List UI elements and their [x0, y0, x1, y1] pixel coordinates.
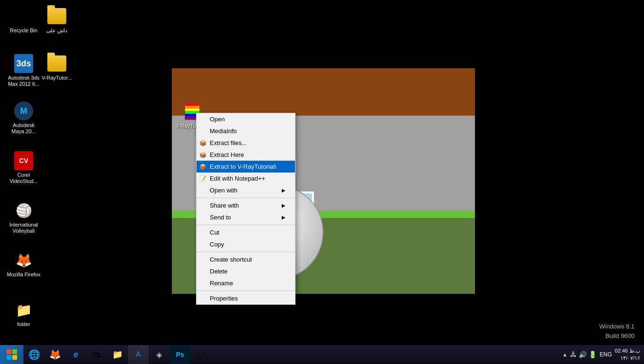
folder-dark-icon: 📁	[14, 300, 33, 319]
menu-item-open-with[interactable]: Open with ▶	[197, 184, 295, 196]
desktop-icon-maya[interactable]: M Autodesk Maya 20...	[5, 100, 43, 136]
system-tray-icons: 🖧 🔊 🔋	[570, 351, 597, 358]
menu-separator-3	[197, 252, 295, 252]
menu-item-copy[interactable]: Copy	[197, 238, 295, 250]
3dsmax-icon: 3ds	[14, 54, 33, 73]
desktop-icon-corel[interactable]: CV Corel VideoStud...	[5, 149, 43, 186]
desktop-icon-3dsmax[interactable]: 3ds Autodesk 3ds Max 2012 6...	[5, 52, 43, 89]
menu-item-send-to[interactable]: Send to ▶	[197, 211, 295, 223]
taskbar-app-photoshop[interactable]: Ps	[170, 345, 190, 364]
windows-version: Windows 8.1 Build 9600	[599, 322, 635, 340]
volume-icon: 🔊	[579, 351, 587, 358]
recycle-bin-icon: 🗑	[14, 7, 33, 26]
taskbar-app-store[interactable]: 🛍	[86, 345, 107, 364]
win-logo-yellow	[12, 355, 17, 360]
menu-separator-4	[197, 291, 295, 291]
desktop-icon-firefox[interactable]: 🦊 Mozilla Firefox	[5, 249, 43, 280]
taskbar: 🌐 🦊 e 🛍 📁 A ◈ Ps ⬡ ▲ 🖧 🔊 🔋 ENG 02:46 ب.ظ…	[0, 345, 644, 364]
win-logo-red	[7, 349, 11, 354]
menu-item-extract-to[interactable]: 📦 Extract to V-RayTutorial\	[197, 161, 295, 173]
notepad-icon: 📝	[199, 175, 206, 182]
taskbar-app-autodesk[interactable]: A	[128, 345, 149, 364]
folder-yellow-icon	[47, 7, 66, 26]
desktop: 🗑 Recycle Bin داش علی 3ds Autodesk 3ds M…	[0, 0, 644, 364]
taskbar-app-explorer[interactable]: 📁	[107, 345, 128, 364]
dash-ali-label: داش علی	[46, 27, 67, 34]
menu-item-extract-here[interactable]: 📦 Extract Here	[197, 149, 295, 161]
desktop-icon-recycle-bin[interactable]: 🗑 Recycle Bin	[5, 5, 43, 36]
taskbar-app-firefox[interactable]: 🦊	[45, 345, 65, 364]
menu-item-open[interactable]: Open	[197, 113, 295, 125]
taskbar-app-ie[interactable]: e	[65, 345, 86, 364]
maya-icon: M	[14, 101, 33, 120]
taskbar-language[interactable]: ENG	[599, 351, 612, 358]
corel-label: Corel VideoStud...	[7, 172, 41, 184]
network-icon: 🖧	[570, 351, 577, 358]
win-version-line2: Build 9600	[599, 331, 635, 341]
extract-here-icon: 📦	[199, 152, 206, 158]
taskbar-app-unknown1[interactable]: ◈	[149, 345, 170, 364]
open-with-arrow-icon: ▶	[282, 188, 286, 193]
menu-item-delete[interactable]: Delete	[197, 265, 295, 277]
extract-to-icon: 📦	[199, 164, 206, 170]
taskbar-clock: 02:46 ب.ظ ۱۴/۰۷/۱۶	[615, 347, 640, 362]
share-with-arrow-icon: ▶	[282, 203, 286, 208]
menu-item-rename[interactable]: Rename	[197, 277, 295, 289]
menu-item-properties[interactable]: Properties	[197, 292, 295, 304]
volleyball-icon: 🏐	[14, 201, 33, 220]
maya-label: Autodesk Maya 20...	[7, 122, 41, 135]
start-button[interactable]	[0, 345, 24, 364]
corel-icon: CV	[14, 151, 33, 170]
menu-separator-1	[197, 198, 295, 198]
menu-item-edit-notepad[interactable]: 📝 Edit with Notepad++	[197, 173, 295, 184]
menu-separator-2	[197, 225, 295, 225]
taskbar-apps: 🌐 🦊 e 🛍 📁 A ◈ Ps ⬡	[24, 345, 558, 364]
desktop-icon-folder[interactable]: 📁 folder	[5, 299, 43, 329]
folder-label: folder	[17, 321, 30, 328]
windows-logo-icon	[7, 349, 17, 360]
win-version-line1: Windows 8.1	[599, 322, 635, 331]
3dsmax-label: Autodesk 3ds Max 2012 6...	[7, 75, 41, 87]
extract-files-icon: 📦	[199, 140, 206, 146]
firefox-desktop-icon: 🦊	[14, 251, 33, 270]
menu-item-mediainfo[interactable]: MediaInfo	[197, 125, 295, 137]
menu-item-extract-files[interactable]: 📦 Extract files...	[197, 137, 295, 149]
menu-item-cut[interactable]: Cut	[197, 227, 295, 238]
taskbar-right: ▲ 🖧 🔊 🔋 ENG 02:46 ب.ظ ۱۴/۰۷/۱۶	[558, 345, 644, 364]
win-logo-green	[12, 349, 17, 354]
battery-icon: 🔋	[589, 351, 597, 358]
volleyball-label: International Volleyball	[7, 222, 41, 234]
context-menu: Open MediaInfo 📦 Extract files... 📦 Extr…	[196, 113, 295, 305]
vray-folder-icon	[47, 54, 66, 73]
taskbar-app-app2[interactable]: ⬡	[190, 345, 211, 364]
desktop-icon-vray[interactable]: V-RayTutor...	[38, 52, 76, 83]
vray-label: V-RayTutor...	[42, 75, 72, 81]
menu-item-share-with[interactable]: Share with ▶	[197, 200, 295, 211]
menu-item-create-shortcut[interactable]: Create shortcut	[197, 254, 295, 265]
firefox-label: Mozilla Firefox	[7, 272, 41, 278]
tray-expand-arrow-icon[interactable]: ▲	[562, 352, 567, 357]
recycle-bin-label: Recycle Bin	[10, 27, 37, 34]
desktop-icon-volleyball[interactable]: 🏐 International Volleyball	[5, 199, 43, 236]
win-logo-blue	[7, 355, 11, 360]
taskbar-app-chrome[interactable]: 🌐	[24, 345, 45, 364]
taskbar-date-value: ۱۴/۰۷/۱۶	[615, 355, 640, 362]
taskbar-time-value: 02:46 ب.ظ	[615, 347, 640, 355]
desktop-icon-dash-ali[interactable]: داش علی	[38, 5, 76, 36]
send-to-arrow-icon: ▶	[282, 215, 286, 220]
